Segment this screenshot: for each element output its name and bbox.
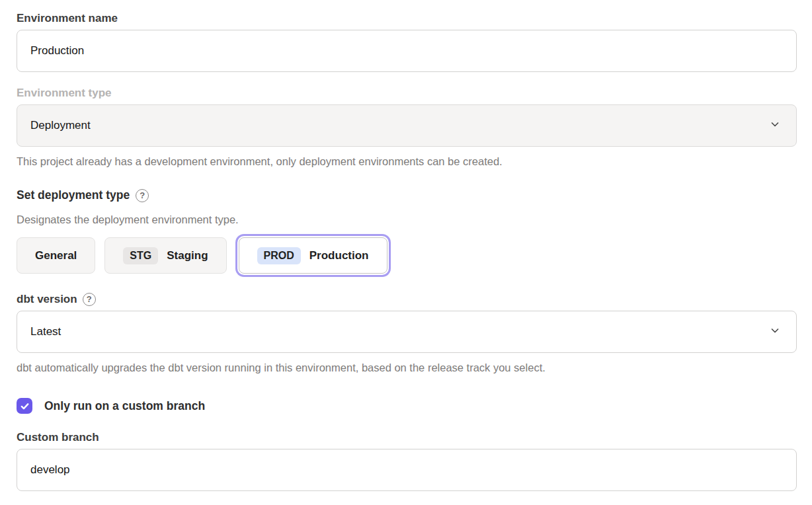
custom-branch-toggle-row: Only run on a custom branch: [17, 398, 797, 414]
environment-settings-form: Environment name Environment type Deploy…: [0, 0, 812, 505]
dbt-version-value: Latest: [30, 325, 61, 338]
deployment-type-option-general[interactable]: General: [17, 237, 95, 274]
environment-name-label: Environment name: [17, 12, 797, 25]
custom-branch-input[interactable]: [17, 449, 797, 491]
environment-type-value: Deployment: [30, 119, 91, 132]
check-icon: [20, 401, 30, 411]
custom-branch-checkbox-label[interactable]: Only run on a custom branch: [44, 399, 205, 413]
custom-branch-field: Custom branch: [17, 431, 797, 491]
deployment-type-heading-row: Set deployment type ?: [17, 188, 797, 202]
dbt-version-label: dbt version: [17, 293, 77, 306]
dbt-version-helper: dbt automatically upgrades the dbt versi…: [17, 361, 797, 374]
environment-type-label: Environment type: [17, 87, 797, 100]
environment-name-input[interactable]: [17, 30, 797, 72]
deployment-type-field: Set deployment type ? Designates the dep…: [17, 188, 797, 274]
option-general-label: General: [35, 249, 77, 262]
option-production-label: Production: [309, 249, 369, 262]
help-icon[interactable]: ?: [136, 189, 149, 202]
deployment-type-option-staging[interactable]: STG Staging: [104, 237, 226, 274]
custom-branch-label: Custom branch: [17, 431, 797, 444]
option-staging-label: Staging: [167, 249, 208, 262]
environment-type-field: Environment type Deployment This project…: [17, 87, 797, 168]
prod-badge: PROD: [257, 247, 301, 264]
dbt-version-field: dbt version ? Latest dbt automatically u…: [17, 293, 797, 374]
deployment-type-heading: Set deployment type: [17, 188, 130, 202]
environment-type-helper: This project already has a development e…: [17, 155, 797, 168]
deployment-type-option-production[interactable]: PROD Production: [239, 237, 387, 274]
chevron-down-icon: [770, 119, 780, 133]
stg-badge: STG: [123, 247, 158, 264]
environment-type-select[interactable]: Deployment: [17, 104, 797, 147]
dbt-version-label-row: dbt version ?: [17, 293, 797, 306]
chevron-down-icon: [770, 325, 780, 339]
deployment-type-options: General STG Staging PROD Production: [17, 237, 797, 274]
environment-name-field: Environment name: [17, 12, 797, 72]
dbt-version-select[interactable]: Latest: [17, 311, 797, 353]
custom-branch-checkbox[interactable]: [17, 398, 32, 414]
help-icon[interactable]: ?: [83, 293, 96, 306]
deployment-type-helper: Designates the deployment environment ty…: [17, 213, 797, 226]
